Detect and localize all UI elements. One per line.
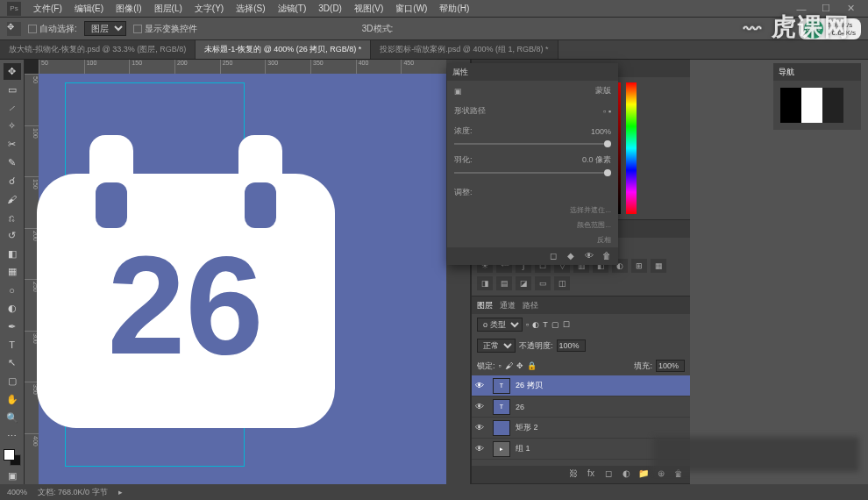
lookup-icon[interactable]: ▦ [651,259,666,273]
type-tool[interactable]: T [4,337,21,354]
foreground-color[interactable] [4,449,15,461]
threshold-icon[interactable]: ◪ [516,276,531,290]
menu-filter[interactable]: 滤镜(T) [273,1,312,17]
layer-style-icon[interactable]: fx [585,468,597,481]
dodge-tool[interactable]: ◐ [4,300,21,317]
doc-tab-2[interactable]: 未标题-1-恢复的 @ 400% (26 拷贝, RGB/8) * [196,40,371,59]
new-adjust-icon[interactable]: ◐ [620,468,632,481]
navigator-thumb[interactable] [773,81,861,130]
pen-tool[interactable]: ✒ [4,318,21,335]
visibility-icon[interactable]: 👁 [475,381,487,390]
lasso-tool[interactable]: ⟋ [4,100,21,117]
maximize-icon[interactable]: ☐ [815,3,836,15]
feather-value[interactable]: 0.0 像素 [582,154,611,166]
new-group-icon[interactable]: 📁 [637,468,650,481]
hand-tool[interactable]: ✋ [4,391,21,408]
link-layers-icon[interactable]: ⛓ [567,468,580,481]
selective-color-icon[interactable]: ◫ [554,276,570,290]
minimize-icon[interactable]: — [791,3,812,15]
visibility-icon[interactable]: 👁 [475,444,487,454]
density-value[interactable]: 100% [591,127,611,136]
filter-smart-icon[interactable]: ☐ [563,320,570,329]
properties-tab[interactable]: 属性 [452,67,468,78]
auto-select-checkbox[interactable]: 自动选择: [28,23,77,35]
feather-slider[interactable] [454,172,611,174]
posterize-icon[interactable]: ▤ [496,276,512,290]
brush-tool[interactable]: 🖌 [4,190,21,207]
lock-pixels-icon[interactable]: 🖌 [505,361,513,370]
menu-3d[interactable]: 3D(D) [313,2,347,15]
opacity-input[interactable] [557,339,586,352]
color-range-btn[interactable]: 颜色范围... [447,218,618,232]
invert-icon[interactable]: ◨ [477,276,493,290]
menu-type[interactable]: 文字(Y) [189,1,229,17]
select-mask-btn[interactable]: 选择并遮住... [447,203,618,218]
gradient-tool[interactable]: ▦ [4,264,21,281]
layers-tab[interactable]: 图层 [477,300,493,311]
shape-tool[interactable]: ▢ [4,373,21,389]
healing-brush-tool[interactable]: ☌ [4,173,21,189]
blend-mode[interactable]: 正常 [477,339,516,353]
lock-transparent-icon[interactable]: ▫ [499,361,502,370]
fill-input[interactable] [656,360,685,372]
filter-shape-icon[interactable]: ▢ [551,320,559,329]
eraser-tool[interactable]: ◧ [4,246,21,262]
menu-window[interactable]: 窗口(W) [390,1,432,17]
visibility-icon[interactable]: 👁 [475,402,487,411]
show-transform-checkbox[interactable]: 显示变换控件 [133,23,197,35]
menu-edit[interactable]: 编辑(E) [69,1,109,17]
clone-stamp-tool[interactable]: ⎌ [4,209,21,225]
canvas[interactable]: 26 [39,74,446,484]
visibility-icon[interactable]: 👁 [475,423,487,432]
filter-adjust-icon[interactable]: ◐ [532,320,539,329]
path-select-tool[interactable]: ↖ [4,355,21,372]
load-selection-icon[interactable]: ◻ [550,251,560,261]
menu-view[interactable]: 视图(V) [349,1,388,17]
auto-select-target[interactable]: 图层 [84,21,126,36]
layer-row[interactable]: 👁 矩形 2 [472,418,690,439]
gradient-map-icon[interactable]: ▭ [535,276,551,290]
zoom-level[interactable]: 400% [7,488,27,496]
hue-slider[interactable] [626,82,637,214]
layer-filter[interactable]: o 类型 [477,318,523,332]
apply-mask-icon[interactable]: ◆ [567,251,578,261]
channels-tab[interactable]: 通道 [500,300,516,311]
history-brush-tool[interactable]: ↺ [4,227,21,244]
quick-mask-tool[interactable]: ▣ [4,468,21,484]
move-tool[interactable]: ✥ [4,63,21,80]
pixel-mask-icon[interactable]: ▫ [603,107,606,116]
status-chevron-icon[interactable]: ▸ [118,488,123,496]
menu-image[interactable]: 图像(I) [110,1,146,17]
disable-mask-icon[interactable]: 👁 [585,251,595,261]
menu-select[interactable]: 选择(S) [231,1,270,17]
filter-type-icon[interactable]: T [543,320,548,329]
blur-tool[interactable]: ○ [4,282,21,298]
eyedropper-tool[interactable]: ✎ [4,154,21,171]
channel-mixer-icon[interactable]: ⊞ [631,259,647,273]
filter-pixel-icon[interactable]: ▫ [526,320,529,329]
marquee-tool[interactable]: ▭ [4,82,21,98]
menu-layer[interactable]: 图层(L) [149,1,188,17]
doc-tab-1[interactable]: 放大镜-拟物化-恢复的.psd @ 33.3% (图层, RGB/8) [0,40,196,59]
delete-mask-icon[interactable]: 🗑 [602,251,613,261]
layer-row[interactable]: 👁 T 26 拷贝 [472,375,690,396]
menu-help[interactable]: 帮助(H) [434,1,474,17]
add-mask-icon[interactable]: ◻ [602,468,615,481]
magic-wand-tool[interactable]: ✧ [4,118,21,134]
vector-mask-icon[interactable]: ▪ [608,107,611,116]
lock-position-icon[interactable]: ✥ [516,361,523,370]
invert-btn[interactable]: 反相 [447,232,618,247]
nav-tab[interactable]: 导航 [779,67,794,78]
menu-file[interactable]: 文件(F) [28,1,68,17]
density-slider[interactable] [454,143,611,145]
zoom-tool[interactable]: 🔍 [4,410,21,426]
layer-row[interactable]: 👁 T 26 [472,396,690,418]
properties-panel[interactable]: 属性 ▣蒙版 形状路径 ▫ ▪ 浓度: 100% 羽化: 0.0 像素 调整: … [447,63,618,265]
crop-tool[interactable]: ✂ [4,136,21,153]
paths-tab[interactable]: 路径 [523,300,538,311]
edit-toolbar[interactable]: ⋯ [4,428,21,445]
close-icon[interactable]: ✕ [840,3,861,15]
color-swatch[interactable] [4,449,21,466]
doc-tab-3[interactable]: 投影图标-缩放案例.psd @ 400% (组 1, RGB/8) * [371,40,558,59]
lock-all-icon[interactable]: 🔒 [527,361,537,370]
